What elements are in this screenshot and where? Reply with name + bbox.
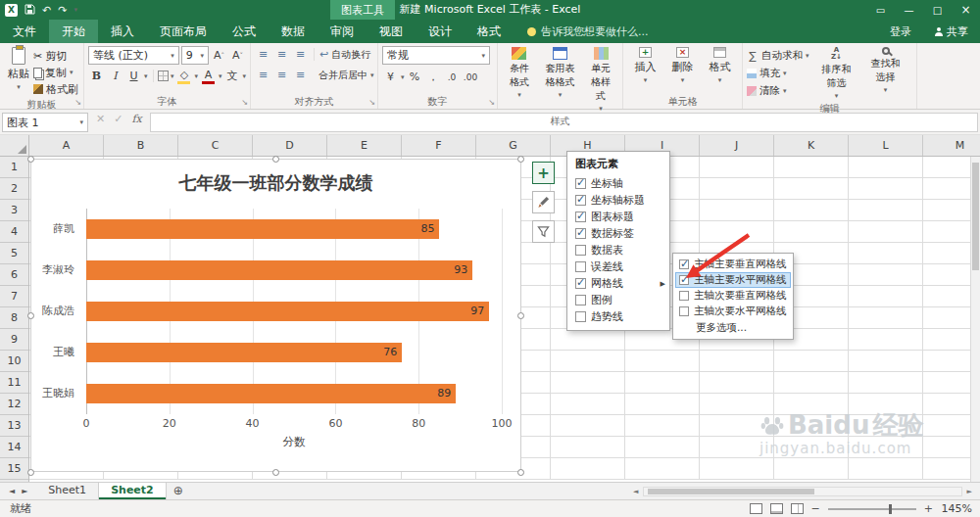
autosum-button[interactable]: ∑自动求和▾ <box>747 48 809 64</box>
ribbon-tab-formulas[interactable]: 公式 <box>220 20 269 43</box>
row-header-14[interactable]: 14 <box>0 437 28 458</box>
chart-styles-button[interactable] <box>532 191 555 213</box>
column-header-L[interactable]: L <box>849 135 923 156</box>
vertical-scrollbar-thumb[interactable] <box>972 163 979 270</box>
shrink-font-button[interactable]: A˅ <box>229 47 246 64</box>
ribbon-tab-design[interactable]: 设计 <box>416 20 465 43</box>
checkbox-error-bars[interactable] <box>575 261 586 272</box>
checkbox-data-table[interactable] <box>575 245 586 256</box>
name-box[interactable]: 图表 1▾ <box>2 113 88 132</box>
share-button[interactable]: 共享 <box>923 24 980 39</box>
accounting-format-icon[interactable]: ¥ <box>382 69 399 85</box>
undo-icon[interactable]: ↶ <box>42 5 51 16</box>
comma-style-icon[interactable]: ， <box>425 69 442 85</box>
gridlines-option-primary-minor-horizontal[interactable]: 主轴次要水平网格线 <box>675 304 791 319</box>
number-dialog-launcher-icon[interactable]: ↘ <box>488 98 495 107</box>
cell-styles-button[interactable]: 单元格样式▾ <box>583 46 618 114</box>
chart-bar-3[interactable]: 76 <box>86 343 402 362</box>
save-icon[interactable] <box>24 4 35 17</box>
row-header-3[interactable]: 3 <box>0 200 28 221</box>
horizontal-scrollbar[interactable]: ◄ ► <box>625 483 980 499</box>
chart-selection-handle[interactable] <box>272 469 279 476</box>
column-header-K[interactable]: K <box>774 135 849 156</box>
clipboard-dialog-launcher-icon[interactable]: ↘ <box>74 98 81 107</box>
row-header-2[interactable]: 2 <box>0 178 28 200</box>
paste-dropdown-icon[interactable]: ▾ <box>17 83 21 91</box>
top-align-icon[interactable]: ≡ <box>255 46 271 63</box>
column-header-D[interactable]: D <box>253 135 327 156</box>
sheet-tab-sheet2[interactable]: Sheet2 <box>99 483 167 499</box>
borders-icon[interactable] <box>158 70 168 81</box>
percent-style-icon[interactable]: % <box>407 69 423 85</box>
tell-me-box[interactable]: 告诉我您想要做什么... <box>527 20 649 43</box>
select-all-corner[interactable] <box>0 135 29 156</box>
sheet-nav-left-icon[interactable]: ◄ <box>9 487 15 495</box>
sort-filter-button[interactable]: AZ↓ 排序和筛选▾ <box>815 46 858 101</box>
checkbox-primary-minor-horizontal[interactable] <box>679 306 689 316</box>
chart-element-item-chart-title[interactable]: 图表标题 <box>567 209 669 225</box>
sign-in-button[interactable]: 登录 <box>878 24 923 39</box>
zoom-level[interactable]: 145% <box>941 502 972 515</box>
row-header-12[interactable]: 12 <box>0 394 28 415</box>
horizontal-scrollbar-thumb[interactable] <box>648 489 814 494</box>
qat-customize-icon[interactable]: ▾ <box>74 7 77 14</box>
zoom-slider[interactable] <box>828 508 916 510</box>
ribbon-tab-data[interactable]: 数据 <box>269 20 318 43</box>
format-painter-button[interactable]: 格式刷 <box>33 81 78 97</box>
chart-bar-2[interactable]: 97 <box>86 302 489 321</box>
ribbon-tab-format[interactable]: 格式 <box>465 20 514 43</box>
ribbon-tab-file[interactable]: 文件 <box>0 20 49 43</box>
chart-selection-handle[interactable] <box>517 469 524 476</box>
chart-element-item-data-table[interactable]: 数据表 <box>567 242 669 258</box>
row-header-11[interactable]: 11 <box>0 372 28 394</box>
phonetic-guide-icon[interactable]: 文 <box>223 68 240 84</box>
row-header-8[interactable]: 8 <box>0 307 28 329</box>
copy-button[interactable]: 复制▾ <box>33 65 78 80</box>
row-header-5[interactable]: 5 <box>0 243 28 264</box>
number-format-combo[interactable]: 常规▾ <box>382 46 490 65</box>
hscroll-right-icon[interactable]: ► <box>967 488 972 495</box>
row-header-13[interactable]: 13 <box>0 415 28 437</box>
chart-bar-0[interactable]: 85 <box>86 219 439 239</box>
chart-selection-handle[interactable] <box>27 156 34 163</box>
insert-function-icon[interactable]: fx <box>131 113 141 125</box>
chart-element-item-axes[interactable]: 坐标轴 <box>567 175 669 192</box>
column-header-J[interactable]: J <box>700 135 774 156</box>
column-header-A[interactable]: A <box>29 135 104 156</box>
chart-bar-1[interactable]: 93 <box>86 260 472 280</box>
close-icon[interactable]: × <box>952 0 980 20</box>
middle-align-icon[interactable]: ≡ <box>273 46 290 63</box>
chart-element-item-trendline[interactable]: 趋势线 <box>567 308 669 325</box>
column-header-B[interactable]: B <box>104 135 178 156</box>
italic-button[interactable]: I <box>107 68 123 84</box>
vertical-scrollbar[interactable] <box>970 157 980 482</box>
underline-button[interactable]: U <box>125 68 142 84</box>
row-header-10[interactable]: 10 <box>0 351 28 372</box>
paste-button[interactable]: 粘贴 ▾ <box>4 46 33 92</box>
insert-cells-button[interactable]: + 插入▾ <box>631 46 661 85</box>
align-right-icon[interactable]: ≡ <box>292 67 309 83</box>
chart-bar-4[interactable]: 89 <box>86 384 456 403</box>
bottom-align-icon[interactable]: ≡ <box>292 46 309 63</box>
chart-selection-handle[interactable] <box>272 156 279 163</box>
font-dialog-launcher-icon[interactable]: ↘ <box>241 98 248 107</box>
minimize-icon[interactable]: — <box>895 0 923 20</box>
redo-icon[interactable]: ↷ <box>58 5 67 16</box>
increase-decimal-icon[interactable]: .0 <box>444 69 461 85</box>
chart-title[interactable]: 七年级一班部分数学成绩 <box>31 171 520 195</box>
chart-element-item-gridlines[interactable]: 网格线▶ <box>567 275 669 292</box>
chart-selection-handle[interactable] <box>517 156 524 163</box>
delete-cells-button[interactable]: × 删除▾ <box>668 46 698 85</box>
enter-formula-icon[interactable]: ✓ <box>114 113 122 125</box>
row-header-15[interactable]: 15 <box>0 458 28 480</box>
sheet-nav-right-icon[interactable]: ► <box>22 487 27 495</box>
submenu-arrow-icon[interactable]: ▶ <box>661 280 665 288</box>
merge-center-button[interactable]: 合并后居中▾ <box>318 68 374 83</box>
format-cells-button[interactable]: 格式▾ <box>706 46 735 85</box>
bold-button[interactable]: B <box>88 68 105 84</box>
checkbox-trendline[interactable] <box>575 311 586 322</box>
ribbon-tab-home[interactable]: 开始 <box>49 20 98 43</box>
clear-button[interactable]: 清除▾ <box>747 83 809 99</box>
row-header-7[interactable]: 7 <box>0 286 28 307</box>
checkbox-axis-titles[interactable] <box>575 195 586 206</box>
